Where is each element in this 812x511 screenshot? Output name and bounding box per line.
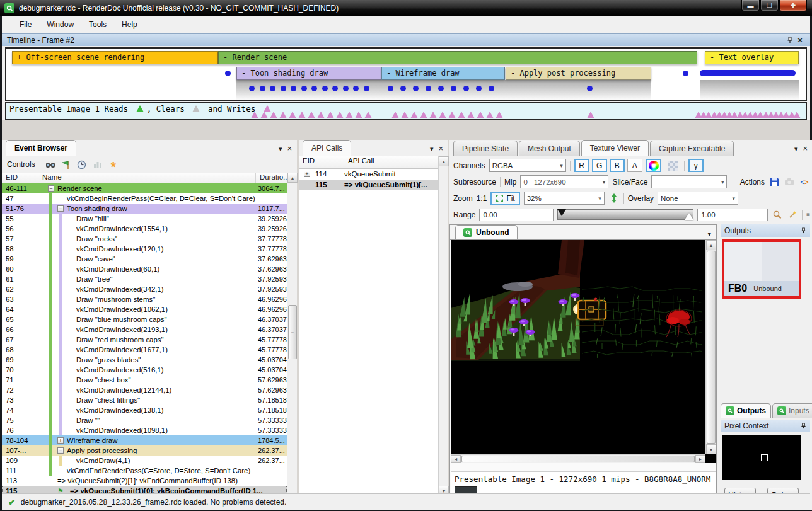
tab-current-texture[interactable]: Unbound	[455, 225, 518, 239]
autofit-wand-icon[interactable]	[787, 209, 798, 221]
scroll-down-icon[interactable]: ▼	[706, 444, 716, 454]
channel-r-button[interactable]: R	[574, 159, 589, 172]
event-row[interactable]: 61Draw "tree"37.92593	[2, 274, 287, 284]
channel-g-button[interactable]: G	[592, 159, 607, 172]
flip-y-icon[interactable]	[608, 193, 620, 204]
scroll-left-icon[interactable]: ◄	[451, 455, 461, 463]
timeline-marker-text-overlay[interactable]: - Text overlay	[705, 51, 799, 64]
event-row[interactable]: 71Draw "chest box"57.62963	[2, 375, 287, 385]
scroll-right-icon[interactable]: ►	[695, 455, 705, 463]
api-table-header[interactable]: EID API Call	[299, 156, 438, 169]
range-slider[interactable]	[557, 209, 693, 220]
event-dot[interactable]	[225, 71, 231, 76]
event-dot[interactable]	[260, 86, 265, 91]
timeline-panel-header[interactable]: Timeline - Frame #2 ×	[2, 33, 810, 46]
find-icon[interactable]	[45, 159, 56, 170]
overlay-select[interactable]: None▾	[658, 192, 738, 205]
pixel-context-view[interactable]	[722, 435, 801, 480]
scrollbar-thumb[interactable]: ≡	[288, 305, 297, 359]
close-button[interactable]: ✚	[779, 0, 807, 11]
zoom-1-1-button[interactable]: 1:1	[477, 194, 487, 203]
timeline-marker-render-scene[interactable]: - Render scene	[218, 51, 697, 64]
tab-mesh-output[interactable]: Mesh Output	[519, 141, 580, 156]
event-row[interactable]: 67Draw "red mushroom caps"45.77778	[2, 335, 287, 345]
tab-api-calls[interactable]: API Calls	[303, 140, 351, 156]
column-eid[interactable]: EID	[299, 156, 344, 168]
menu-tools[interactable]: Tools	[83, 18, 113, 31]
event-row[interactable]: 66vkCmdDrawIndexed(2193,1)46.37037	[2, 324, 287, 335]
event-dot-cluster[interactable]	[700, 70, 796, 76]
menu-window[interactable]: Window	[40, 18, 80, 31]
title-bar[interactable]: debugmarker.rdc - RenderDoc Unofficial r…	[0, 0, 812, 16]
tab-event-browser[interactable]: Event Browser	[6, 140, 76, 156]
event-dot[interactable]	[281, 86, 286, 91]
texture-hscrollbar[interactable]: ◄ ►	[451, 454, 705, 463]
texture-vscrollbar[interactable]: ▲ ▼	[705, 240, 716, 454]
api-calls-scrollbar[interactable]: ▲ ▼	[438, 156, 448, 496]
output-thumbnail-fb0[interactable]: FB0 Unbound	[722, 239, 801, 299]
event-row[interactable]: 46-111−Render scene3064.7...	[2, 183, 287, 193]
range-white-point-handle[interactable]	[685, 213, 693, 220]
event-dot[interactable]	[353, 86, 359, 91]
event-row[interactable]: 59Draw "cave"37.62963	[2, 254, 287, 264]
range-max-input[interactable]: 1.00	[697, 209, 768, 221]
timeline-marker-wireframe-draw[interactable]: - Wireframe draw	[381, 67, 505, 80]
event-dot[interactable]	[683, 71, 688, 76]
event-row[interactable]: 73Draw "chest fittings"57.18518	[2, 395, 287, 405]
event-row[interactable]: 56vkCmdDrawIndexed(1554,1)39.25926	[2, 224, 287, 234]
timeline-marker-toon-shading-draw[interactable]: - Toon shading draw	[236, 67, 381, 80]
event-dot[interactable]	[322, 86, 328, 91]
api-call-row[interactable]: 115=> vkQueueSubmit(1)[...	[299, 180, 438, 190]
menu-help[interactable]: Help	[115, 18, 144, 31]
event-dot[interactable]	[388, 86, 393, 91]
event-row[interactable]: 63Draw "mushroom stems"46.96296	[2, 294, 287, 304]
gamma-button[interactable]: γ	[688, 159, 704, 172]
column-name[interactable]: Name	[38, 173, 256, 183]
event-row[interactable]: 58vkCmdDrawIndexed(120,1)37.77778	[2, 244, 287, 254]
event-row[interactable]: 68vkCmdDrawIndexed(1677,1)45.77778	[2, 345, 287, 355]
event-browser-scrollbar[interactable]: ▲ ≡ ▼	[287, 173, 297, 510]
expand-icon[interactable]: +	[57, 437, 64, 444]
minimize-button[interactable]: ▬	[741, 0, 760, 11]
maximize-button[interactable]: ❐	[760, 0, 779, 11]
close-icon[interactable]: ×	[287, 146, 292, 152]
timeline-marker-apply-post-processing[interactable]: - Apply post processing	[506, 67, 651, 80]
jump-to-event-icon[interactable]	[61, 159, 72, 170]
event-row[interactable]: 113=> vkQueueSubmit(2)[1]: vkEndCommandB…	[2, 476, 287, 486]
pixel-context-header[interactable]: Pixel Context	[721, 420, 810, 432]
timeline-panel[interactable]: + Off-screen scene rendering- Render sce…	[5, 47, 807, 101]
event-dot[interactable]	[451, 86, 456, 91]
channels-select[interactable]: RGBA▾	[489, 159, 566, 172]
event-dot[interactable]	[311, 86, 317, 91]
column-duration[interactable]: Duratio...	[256, 173, 287, 183]
tab-texture-viewer[interactable]: Texture Viewer	[581, 140, 649, 156]
event-row[interactable]: 74vkCmdDrawIndexed(138,1)57.18518	[2, 405, 287, 415]
event-dot[interactable]	[400, 86, 406, 91]
event-dot[interactable]	[291, 86, 296, 91]
chevron-down-icon[interactable]: ▾	[430, 146, 434, 152]
event-dot[interactable]	[463, 86, 469, 91]
api-call-row[interactable]: +114vkQueueSubmit	[299, 169, 438, 180]
event-row[interactable]: 75Draw ""57.33333	[2, 415, 287, 425]
event-dot[interactable]	[332, 86, 338, 91]
pin-icon[interactable]	[785, 36, 795, 45]
event-row[interactable]: 62vkCmdDrawIndexed(342,1)37.92593	[2, 284, 287, 294]
column-api-call[interactable]: API Call	[344, 156, 438, 168]
event-row[interactable]: 57Draw "rocks"37.77778	[2, 234, 287, 244]
event-row[interactable]: 109vkCmdDraw(4,1)262.37...	[2, 456, 287, 466]
event-dot[interactable]	[301, 86, 307, 91]
scrollbar-thumb[interactable]	[707, 251, 716, 444]
column-eid[interactable]: EID	[2, 173, 38, 183]
event-dot[interactable]	[476, 86, 482, 91]
tab-outputs[interactable]: Outputs	[721, 403, 771, 418]
event-dot[interactable]	[364, 86, 369, 91]
event-row[interactable]: 70vkCmdDrawIndexed(516,1)45.03704	[2, 365, 287, 375]
close-icon[interactable]: ×	[438, 146, 443, 152]
capture-icon[interactable]	[784, 176, 795, 188]
event-dot[interactable]	[343, 86, 349, 91]
zoom-range-icon[interactable]	[772, 209, 783, 221]
save-icon[interactable]	[768, 176, 780, 188]
scroll-up-icon[interactable]: ▲	[706, 240, 716, 250]
scroll-up-icon[interactable]: ▲	[439, 156, 449, 166]
tab-capture-executable[interactable]: Capture Executable	[650, 141, 734, 156]
